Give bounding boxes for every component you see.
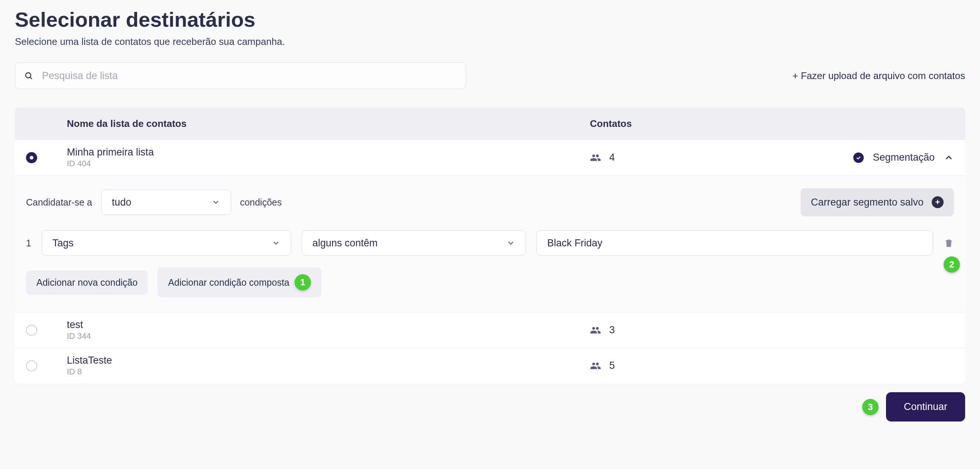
chevron-down-icon bbox=[506, 239, 515, 247]
contacts-count: 5 bbox=[609, 360, 615, 371]
page-title: Selecionar destinatários bbox=[15, 8, 965, 32]
contacts-cell: 4 bbox=[590, 152, 798, 163]
continue-button[interactable]: Continuar bbox=[886, 392, 965, 421]
list-id: ID 8 bbox=[67, 367, 590, 377]
page-subtitle: Selecione uma lista de contatos que rece… bbox=[15, 36, 965, 48]
plus-circle-icon: + bbox=[932, 196, 943, 208]
apply-mode-value: tudo bbox=[112, 196, 132, 208]
condition-field-select[interactable]: Tags bbox=[41, 230, 291, 256]
chevron-down-icon bbox=[272, 239, 280, 247]
table-header: Nome da lista de contatos Contatos bbox=[15, 108, 965, 140]
list-id: ID 404 bbox=[67, 159, 590, 168]
list-name: ListaTeste bbox=[67, 355, 590, 366]
condition-actions: Adicionar nova condição Adicionar condiç… bbox=[26, 268, 954, 297]
continue-label: Continuar bbox=[904, 401, 947, 412]
apply-mode-select[interactable]: tudo bbox=[101, 190, 231, 215]
search-field-wrapper[interactable] bbox=[15, 62, 466, 89]
condition-operator-value: alguns contêm bbox=[312, 238, 378, 249]
search-input[interactable] bbox=[42, 70, 457, 82]
search-icon bbox=[24, 71, 33, 80]
list-name: test bbox=[67, 319, 590, 331]
condition-value-input[interactable] bbox=[536, 230, 933, 256]
step-badge-1: 1 bbox=[294, 274, 311, 290]
contact-lists-table: Nome da lista de contatos Contatos Minha… bbox=[15, 108, 965, 383]
contacts-cell: 3 bbox=[590, 324, 798, 336]
list-name: Minha primeira lista bbox=[67, 147, 590, 158]
people-icon bbox=[590, 152, 601, 163]
svg-point-0 bbox=[25, 73, 31, 78]
list-radio[interactable] bbox=[26, 325, 37, 336]
chevron-up-icon bbox=[943, 152, 954, 163]
table-row[interactable]: test ID 344 3 bbox=[15, 312, 965, 348]
contacts-count: 3 bbox=[609, 324, 615, 336]
trash-icon[interactable] bbox=[943, 238, 954, 248]
toolbar: + Fazer upload de arquivo com contatos bbox=[15, 62, 965, 89]
svg-line-1 bbox=[30, 78, 32, 79]
list-id: ID 344 bbox=[67, 331, 590, 341]
condition-index: 1 bbox=[26, 238, 31, 249]
segmentation-label: Segmentação bbox=[873, 152, 935, 163]
condition-operator-select[interactable]: alguns contêm bbox=[302, 230, 526, 256]
people-icon bbox=[590, 325, 601, 336]
condition-field-value: Tags bbox=[52, 238, 73, 249]
apply-prefix: Candidatar-se a bbox=[26, 197, 92, 208]
table-row[interactable]: Minha primeira lista ID 404 4 Segmentaçã… bbox=[15, 140, 965, 176]
add-condition-label: Adicionar nova condição bbox=[37, 277, 137, 288]
header-name: Nome da lista de contatos bbox=[67, 118, 590, 130]
apply-row: Candidatar-se a tudo condições Carregar … bbox=[26, 188, 954, 216]
table-row[interactable]: ListaTeste ID 8 5 bbox=[15, 348, 965, 383]
load-saved-segment-button[interactable]: Carregar segmento salvo + bbox=[800, 188, 954, 216]
condition-row: 1 Tags alguns contêm 2 bbox=[26, 230, 954, 256]
people-icon bbox=[590, 360, 601, 371]
contacts-cell: 5 bbox=[590, 360, 798, 371]
segmentation-toggle[interactable]: Segmentação bbox=[798, 152, 954, 163]
upload-link-text: + Fazer upload de arquivo com contatos bbox=[792, 70, 965, 82]
segmentation-panel: Candidatar-se a tudo condições Carregar … bbox=[15, 176, 965, 312]
step-badge-2: 2 bbox=[943, 257, 960, 273]
check-circle-icon bbox=[853, 152, 864, 163]
list-radio[interactable] bbox=[26, 360, 37, 371]
upload-contacts-link[interactable]: + Fazer upload de arquivo com contatos bbox=[792, 70, 965, 82]
add-condition-button[interactable]: Adicionar nova condição bbox=[26, 271, 148, 295]
chevron-down-icon bbox=[212, 198, 220, 207]
list-radio[interactable] bbox=[26, 152, 37, 163]
header-contacts: Contatos bbox=[590, 118, 798, 130]
add-composite-label: Adicionar condição composta bbox=[168, 277, 290, 288]
contacts-count: 4 bbox=[609, 152, 615, 163]
apply-suffix: condições bbox=[240, 197, 282, 208]
footer: 3 Continuar bbox=[15, 392, 965, 421]
add-composite-condition-button[interactable]: Adicionar condição composta 1 bbox=[158, 268, 321, 297]
step-badge-3: 3 bbox=[862, 399, 878, 415]
load-saved-label: Carregar segmento salvo bbox=[811, 196, 924, 208]
